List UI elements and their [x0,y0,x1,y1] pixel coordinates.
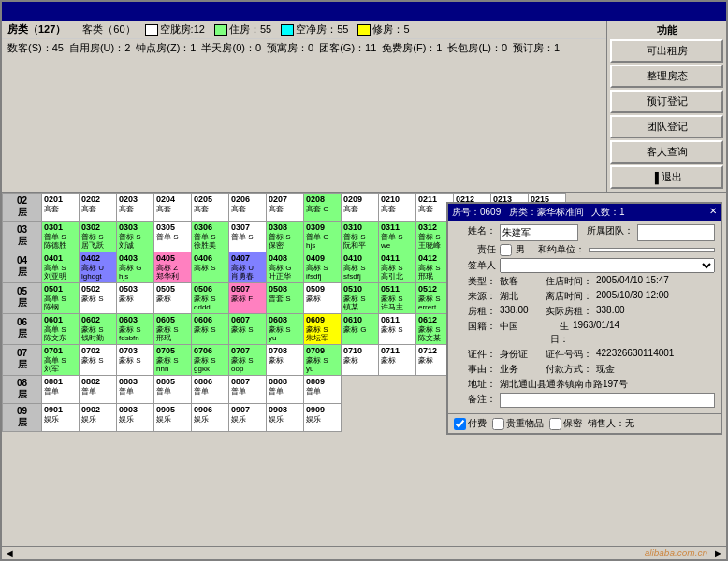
room-cell[interactable]: 0702豪标 S [80,344,117,375]
room-cell[interactable]: 0808普单 [267,375,304,403]
room-cell[interactable]: 0605豪标 S邢珉 [154,313,192,344]
room-cell[interactable]: 0208高套 G [304,194,342,222]
room-cell[interactable]: 0205高套 [192,194,229,222]
room-cell[interactable]: 0411高标 S高引北 [379,252,416,282]
responsibility-check[interactable] [500,244,512,256]
room-cell[interactable]: 0305普单 S [154,222,192,252]
detail-close-btn[interactable]: ✕ [709,206,717,219]
room-cell[interactable]: 0805普单 [154,375,192,403]
room-cell[interactable]: 0408高标 G叶正华 [267,252,304,282]
btn-team[interactable]: 团队登记 [610,115,723,138]
room-cell[interactable]: 0609豪标 S朱坛军 [304,313,342,344]
room-cell[interactable]: 0403高标 Ghjs [117,252,154,282]
room-cell[interactable]: 0711豪标 [379,344,416,375]
room-cell[interactable]: 0311普单 Swe [379,222,416,252]
room-cell[interactable]: 0402高标 Ulghdgt [80,252,117,282]
room-type: 豪标 S [231,325,264,335]
room-number: 0310 [343,223,376,233]
room-cell[interactable]: 0701高单 S刘军 [42,344,80,375]
room-cell[interactable]: 0204高套 [154,194,192,222]
room-cell[interactable]: 0905娱乐 [154,403,192,431]
room-cell[interactable]: 0310普标 S阮和平 [342,222,379,252]
room-cell[interactable]: 0308普标 S保密 [267,222,304,252]
room-cell[interactable]: 0708豪标 [267,344,304,375]
room-cell[interactable]: 0409高标 Sifsdfj [304,252,342,282]
room-cell[interactable]: 0903娱乐 [117,403,154,431]
room-cell[interactable]: 0809普单 [304,375,342,403]
room-cell[interactable]: 0407高标 U肖勇春 [229,252,267,282]
room-cell[interactable]: 0401高单 S刘亚明 [42,252,80,282]
room-type: 豪标 [119,295,152,304]
room-cell[interactable]: 0405高标 Z郑华利 [154,252,192,282]
room-cell[interactable]: 0802普单 [80,375,117,403]
room-cell[interactable]: 0507豪标 F [229,282,267,313]
room-cell[interactable]: 0506豪标 Sdddd [192,282,229,313]
room-cell[interactable]: 0707豪标 Soop [229,344,267,375]
btn-reserve[interactable]: 预订登记 [610,90,723,113]
room-cell[interactable]: 0302普标 S居飞跃 [80,222,117,252]
room-cell[interactable]: 0203高套 [117,194,154,222]
room-cell[interactable]: 0508普套 S [267,282,304,313]
pay-checkbox[interactable] [454,418,466,430]
room-cell[interactable]: 0610豪标 G [342,313,379,344]
room-cell[interactable]: 0703豪标 S [117,344,154,375]
room-cell[interactable]: 0607豪标 S [229,313,267,344]
room-cell[interactable]: 0710豪标 [342,344,379,375]
room-cell[interactable]: 0601高单 S陈文东 [42,313,80,344]
room-cell[interactable]: 0901娱乐 [42,403,80,431]
btn-arrange[interactable]: 整理房态 [610,65,723,88]
room-cell[interactable]: 0709豪标 Syu [304,344,342,375]
btn-query[interactable]: 客人查询 [610,140,723,164]
room-cell[interactable]: 0807普单 [229,375,267,403]
room-cell[interactable]: 0406高标 S [192,252,229,282]
room-cell[interactable]: 0705豪标 Shhh [154,344,192,375]
room-cell[interactable]: 0509豪标 [304,282,342,313]
room-guest: 邢珉 [156,334,189,343]
room-type: 高标 Z [156,264,189,273]
room-cell[interactable]: 0909娱乐 [304,403,342,431]
room-cell[interactable]: 0201高套 [42,194,80,222]
room-cell[interactable]: 0602豪标 S钱时勤 [80,313,117,344]
room-cell[interactable]: 0502豪标 S [80,282,117,313]
room-cell[interactable]: 0902娱乐 [80,403,117,431]
room-cell[interactable]: 0307普单 S [229,222,267,252]
valuables-checkbox[interactable] [492,418,504,430]
room-guest: 陈钢 [44,303,77,312]
room-cell[interactable]: 0908娱乐 [267,403,304,431]
room-cell[interactable]: 0706豪标 Sggkk [192,344,229,375]
room-number: 0905 [156,405,189,415]
room-cell[interactable]: 0309普单 Ghjs [304,222,342,252]
room-cell[interactable]: 0803普单 [117,375,154,403]
room-cell[interactable]: 0611豪标 S [379,313,416,344]
room-cell[interactable]: 0206高套 [229,194,267,222]
room-cell[interactable]: 0303普标 S刘诚 [117,222,154,252]
room-cell[interactable]: 0907娱乐 [229,403,267,431]
floor-label: 09层 [3,403,42,431]
btn-rentable[interactable]: 可出租房 [610,39,723,63]
room-cell[interactable]: 0511豪标 S许马主 [379,282,416,313]
signer-select[interactable] [500,258,715,273]
room-cell[interactable]: 0210高套 [379,194,416,222]
room-cell[interactable]: 0503豪标 [117,282,154,313]
room-number: 0205 [194,194,226,205]
room-cell[interactable]: 0906娱乐 [192,403,229,431]
room-cell[interactable]: 0606豪标 S [192,313,229,344]
room-cell[interactable]: 0505豪标 [154,282,192,313]
room-number: 0707 [231,346,264,356]
room-cell[interactable]: 0806普单 [192,375,229,403]
secret-checkbox[interactable] [549,418,561,430]
room-cell[interactable]: 0801普单 [42,375,80,403]
btn-exit[interactable]: ▐ 退出 [610,165,723,189]
room-cell[interactable]: 0603豪标 Sfdsbfn [117,313,154,344]
room-cell[interactable]: 0301普单 S陈德胜 [42,222,80,252]
room-cell[interactable]: 0207高套 [267,194,304,222]
room-type: 豪标 S [81,325,114,335]
room-cell[interactable]: 0209高套 [342,194,379,222]
room-cell[interactable]: 0608豪标 Syu [267,313,304,344]
room-cell[interactable]: 0202高套 [80,194,117,222]
room-cell[interactable]: 0410高标 Ssfsdfj [342,252,379,282]
room-cell[interactable]: 0510豪标 S镇某 [342,282,379,313]
room-cell[interactable]: 0306普单 S徐胜美 [192,222,229,252]
room-cell[interactable]: 0501高单 S陈钢 [42,282,80,313]
room-guest: hjs [306,241,339,251]
